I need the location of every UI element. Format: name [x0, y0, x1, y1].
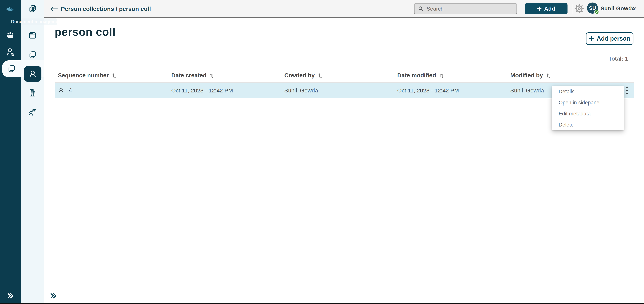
sort-arrows-icon[interactable]	[318, 72, 322, 78]
column-header-created-by[interactable]: Created by	[284, 72, 397, 79]
breadcrumb[interactable]: Person collections / person coll	[61, 0, 151, 18]
sort-arrows-icon[interactable]	[439, 72, 444, 78]
persons-table: Sequence number Date created Created by	[55, 68, 634, 98]
sidebar-item-people-active[interactable]	[24, 66, 42, 82]
top-bar: Person collections / person coll Add	[44, 0, 644, 18]
sidebar-item-documents[interactable]	[21, 51, 44, 59]
person-icon	[28, 70, 37, 78]
menu-item-edit-metadata[interactable]: Edit metadata	[552, 108, 624, 119]
date-created-cell: Oct 11, 2023 - 12:42 PM	[171, 87, 284, 94]
documents-filled-icon	[28, 5, 36, 13]
column-header-modified-by[interactable]: Modified by	[510, 72, 620, 79]
table-header-row: Sequence number Date created Created by	[55, 68, 634, 83]
total-count: Total: 1	[608, 55, 628, 62]
documents-icon	[28, 51, 36, 59]
column-header-date-modified[interactable]: Date modified	[397, 72, 510, 79]
documents-icon	[8, 65, 16, 73]
online-check-badge	[594, 10, 599, 14]
add-person-button[interactable]: Add person	[586, 32, 634, 45]
column-label: Sequence number	[58, 72, 109, 79]
app-logo[interactable]	[0, 5, 21, 13]
kebab-menu-icon	[626, 86, 628, 94]
secondary-sidebar	[21, 0, 44, 304]
table-row[interactable]: 4 Oct 11, 2023 - 12:42 PM Sunil Gowda Oc…	[55, 83, 634, 98]
sidebar-item-user-settings[interactable]	[0, 48, 21, 56]
settings-button[interactable]	[574, 4, 584, 14]
building-icon	[28, 89, 36, 97]
person-icon	[58, 87, 64, 94]
person-note-icon	[28, 108, 36, 116]
sidebar-item-documents-top[interactable]	[21, 5, 44, 13]
gear-icon	[574, 4, 584, 14]
user-settings-icon	[6, 48, 14, 56]
sequence-cell: 4	[55, 87, 171, 94]
chevron-down-icon	[631, 8, 636, 10]
search-box[interactable]	[414, 3, 517, 14]
sidebar-item-workspace[interactable]	[0, 31, 21, 40]
sort-arrows-icon[interactable]	[546, 72, 550, 78]
column-label: Date created	[171, 72, 206, 79]
collapse-primary-sidebar-button[interactable]	[0, 292, 21, 300]
column-label: Modified by	[510, 72, 543, 79]
plus-icon	[537, 6, 542, 11]
primary-sidebar	[0, 0, 21, 304]
column-header-sequence-number[interactable]: Sequence number	[55, 72, 171, 79]
avatar[interactable]: SU	[587, 2, 598, 14]
sidebar-tooltip	[21, 18, 57, 25]
back-button[interactable]	[50, 5, 58, 12]
sequence-number: 4	[68, 87, 72, 94]
add-button-label: Add	[544, 6, 555, 12]
plus-icon	[589, 36, 594, 41]
search-input[interactable]	[424, 6, 516, 12]
menu-item-open-in-sidepanel[interactable]: Open in sidepanel	[552, 97, 624, 108]
add-button[interactable]: Add	[525, 3, 568, 14]
collapse-secondary-sidebar-button[interactable]	[42, 292, 65, 300]
user-menu[interactable]: Sunil Gowda	[600, 0, 635, 17]
sort-arrows-icon[interactable]	[210, 72, 214, 78]
user-menu-chevron[interactable]	[631, 8, 636, 10]
created-by-cell: Sunil Gowda	[284, 87, 397, 94]
app-logo-icon	[6, 6, 15, 12]
search-icon	[418, 6, 424, 12]
column-label: Created by	[284, 72, 315, 79]
add-person-label: Add person	[597, 35, 630, 42]
double-chevron-right-icon	[7, 293, 14, 299]
column-label: Date modified	[397, 72, 436, 79]
app-root: Document management Person collections /…	[0, 0, 644, 304]
workspace-icon	[6, 32, 14, 39]
header-divider	[572, 4, 572, 14]
documents-active-icon-wrap	[2, 64, 21, 73]
window-bottom-edge	[0, 303, 644, 304]
double-chevron-right-icon	[50, 293, 57, 299]
check-icon	[596, 11, 598, 13]
menu-item-details[interactable]: Details	[552, 86, 624, 97]
column-header-date-created[interactable]: Date created	[171, 72, 284, 79]
row-actions-kebab-button[interactable]	[624, 86, 630, 96]
row-context-menu: Details Open in sidepanel Edit metadata …	[552, 86, 624, 130]
chart-window-icon	[29, 32, 36, 39]
sidebar-item-person-records[interactable]	[21, 108, 44, 116]
sidebar-item-organizations[interactable]	[21, 88, 44, 97]
back-arrow-icon	[50, 5, 58, 12]
date-modified-cell: Oct 11, 2023 - 12:42 PM	[397, 87, 510, 94]
menu-item-delete[interactable]: Delete	[552, 119, 624, 130]
sidebar-item-dashboard[interactable]	[21, 31, 44, 40]
sort-arrows-icon[interactable]	[112, 72, 116, 78]
page-title: person coll	[55, 26, 116, 38]
